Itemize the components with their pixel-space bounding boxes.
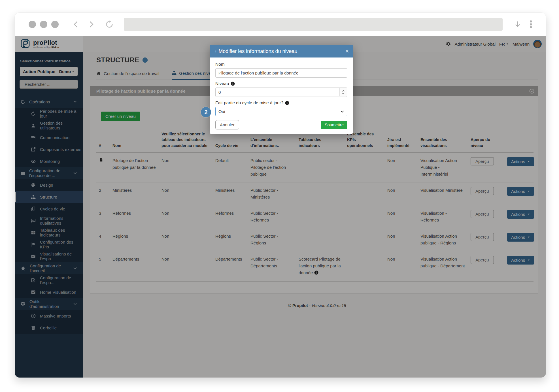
window-dot <box>29 21 36 28</box>
edit-level-modal: ›Modifier les informations du niveau ✕ N… <box>210 45 353 134</box>
step-annotation-badge: 2 <box>201 107 211 117</box>
info-icon[interactable] <box>285 101 289 105</box>
close-icon[interactable]: ✕ <box>345 49 349 54</box>
app-root: proPilot — Powered by dFakto Administrat… <box>15 36 546 378</box>
chevron-down-icon <box>340 110 344 114</box>
niveau-label: Niveau <box>215 81 347 86</box>
url-bar[interactable] <box>124 18 503 31</box>
browser-window: proPilot — Powered by dFakto Administrat… <box>14 12 546 378</box>
window-control-dots <box>29 21 59 28</box>
niveau-stepper[interactable]: 0 <box>215 88 347 97</box>
cycle-label: Fait partie du cycle de mise à jour? <box>215 100 347 105</box>
browser-chrome <box>15 13 546 36</box>
chevron-right-icon: › <box>215 49 216 54</box>
cancel-button[interactable]: Annuler <box>215 120 239 129</box>
stepper-arrows[interactable] <box>339 88 347 96</box>
modal-title: Modifier les informations du niveau <box>218 48 297 54</box>
info-icon[interactable] <box>231 82 235 86</box>
download-icon[interactable] <box>514 21 521 28</box>
nom-field[interactable]: Pilotage de l'action publique par la don… <box>215 68 347 78</box>
window-dot <box>40 21 47 28</box>
back-icon[interactable] <box>72 21 80 28</box>
forward-icon[interactable] <box>88 21 95 28</box>
window-dot <box>51 21 59 28</box>
chevron-up-icon <box>342 90 345 92</box>
chevron-down-icon <box>342 93 345 94</box>
refresh-page-icon[interactable] <box>105 20 114 29</box>
cycle-select[interactable]: Oui <box>215 107 347 116</box>
nom-label: Nom <box>215 62 347 67</box>
menu-dots-icon[interactable] <box>529 20 533 29</box>
submit-button[interactable]: Soumettre <box>321 121 347 129</box>
